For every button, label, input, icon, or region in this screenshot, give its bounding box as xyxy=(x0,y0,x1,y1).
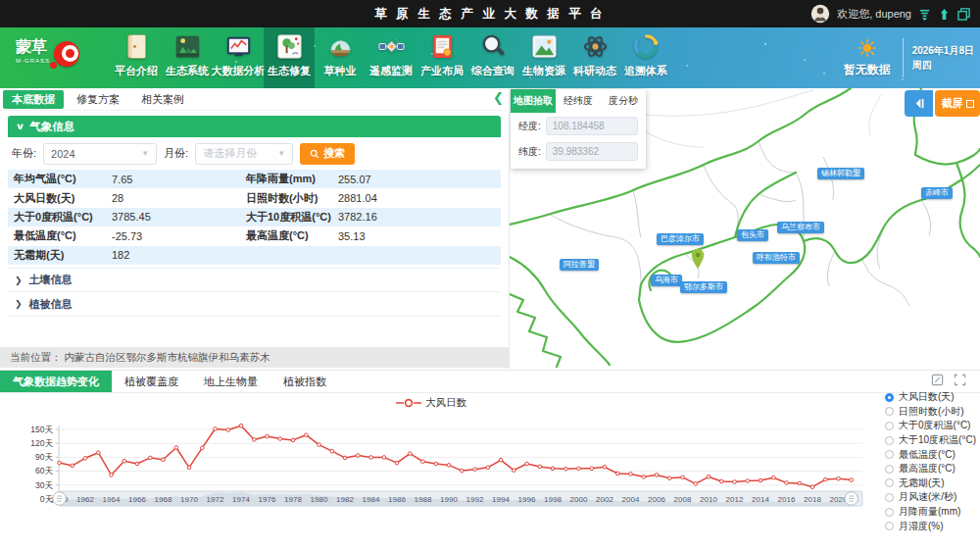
nav-item-3[interactable]: 大数据分析 xyxy=(213,27,264,88)
welcome-text: 欢迎您, dupeng xyxy=(837,7,911,22)
location-label: 当前位置： xyxy=(10,351,62,365)
sort-icon[interactable] xyxy=(918,8,931,21)
svg-text:2002: 2002 xyxy=(596,495,613,504)
nav-item-1[interactable]: 平台介绍 xyxy=(111,27,162,88)
accordion-植被信息[interactable]: ❯植被信息 xyxy=(8,292,501,317)
screenshot-button[interactable]: 截屏 xyxy=(935,90,980,117)
radio-icon xyxy=(885,436,894,445)
coords-panel-tabs: 地图拾取经纬度度分秒 xyxy=(511,89,646,113)
weather-section-header[interactable]: ∨ 气象信息 xyxy=(8,116,501,137)
svg-text:1998: 1998 xyxy=(544,495,562,504)
metric-radio-2[interactable]: 日照时数(小时) xyxy=(885,405,976,420)
metric-radio-4[interactable]: 大于10度积温(°C) xyxy=(885,433,976,448)
research-news-icon xyxy=(581,32,610,61)
metric-radio-8[interactable]: 月风速(米/秒) xyxy=(885,490,976,505)
latitude-input[interactable]: 39.983362 xyxy=(546,142,638,161)
nav-item-7[interactable]: 产业布局 xyxy=(416,27,467,88)
metric-radio-7[interactable]: 无霜期(天) xyxy=(885,476,976,491)
ecosystem-icon xyxy=(173,32,202,61)
city-label[interactable]: 鄂尔多斯市 xyxy=(680,281,727,293)
longitude-label: 经度: xyxy=(518,120,541,133)
metric-radio-3[interactable]: 大于0度积温(°C) xyxy=(885,419,976,433)
nav-item-6[interactable]: 遥感监测 xyxy=(366,27,416,88)
metric-radio-9[interactable]: 月降雨量(mm) xyxy=(885,505,976,520)
month-select[interactable]: 请选择月份 ▼ xyxy=(195,143,293,165)
radio-icon xyxy=(885,508,894,517)
big-data-analysis-icon xyxy=(224,32,253,61)
left-panel-tabs: 本底数据修复方案相关案例 xyxy=(0,88,509,111)
city-label[interactable]: 阿拉善盟 xyxy=(560,259,599,271)
coords-tab-3[interactable]: 度分秒 xyxy=(601,89,646,113)
svg-text:1988: 1988 xyxy=(415,495,432,504)
accordion-土壤信息[interactable]: ❯土壤信息 xyxy=(8,269,501,293)
metric-radio-10[interactable]: 月湿度(%) xyxy=(885,519,976,533)
svg-text:60天: 60天 xyxy=(35,466,53,476)
avatar[interactable] xyxy=(810,4,830,24)
radio-icon xyxy=(885,450,894,459)
svg-text:1996: 1996 xyxy=(518,495,536,504)
nav-item-8[interactable]: 综合查询 xyxy=(467,27,518,88)
app-root: 草 原 生 态 产 业 大 数 据 平 台 欢迎您, dupeng 蒙草M-GR… xyxy=(0,0,980,551)
city-label[interactable]: 呼和浩特市 xyxy=(753,252,800,264)
map-pin-icon xyxy=(690,248,706,270)
city-label[interactable]: 赤峰市 xyxy=(921,187,953,199)
chevron-down-icon: ∨ xyxy=(16,122,25,131)
nav-item-label: 产业布局 xyxy=(420,64,464,78)
logo[interactable]: 蒙草M-GRASS xyxy=(16,39,79,69)
nav-item-9[interactable]: 生物资源 xyxy=(518,27,569,88)
nav-item-label: 遥感监测 xyxy=(369,64,413,78)
svg-text:1986: 1986 xyxy=(388,495,406,504)
arrow-up-icon[interactable] xyxy=(938,8,951,21)
metric-radio-5[interactable]: 最低温度(°C) xyxy=(885,447,976,462)
nav-item-11[interactable]: 追溯体系 xyxy=(620,27,671,88)
weather-date: 2026年1月8日 xyxy=(912,43,974,58)
radio-icon xyxy=(885,493,894,502)
coords-tab-1[interactable]: 地图拾取 xyxy=(511,89,556,113)
nav-item-5[interactable]: 草种业 xyxy=(315,27,366,88)
eco-restoration-icon xyxy=(275,32,304,61)
main-nav: 蒙草M-GRASS 平台介绍生态系统大数据分析生态修复草种业遥感监测产业布局综合… xyxy=(0,27,980,88)
window-icon[interactable] xyxy=(957,8,970,21)
svg-text:1972: 1972 xyxy=(207,495,224,504)
city-label[interactable]: 巴彦淖尔市 xyxy=(657,233,704,245)
left-panel-tab-3[interactable]: 相关案例 xyxy=(132,90,193,109)
search-button[interactable]: 搜索 xyxy=(300,143,355,165)
nav-item-label: 生态系统 xyxy=(166,64,209,78)
metric-radio-1[interactable]: 大风日数(天) xyxy=(885,390,976,405)
platform-intro-icon xyxy=(122,32,151,61)
weather-table-row: 无霜期(天)182 xyxy=(8,246,501,265)
nav-item-2[interactable]: 生态系统 xyxy=(162,27,213,88)
svg-text:1976: 1976 xyxy=(259,495,276,504)
city-label[interactable]: 乌海市 xyxy=(651,275,682,286)
metric-radio-6[interactable]: 最高温度(°C) xyxy=(885,462,976,476)
coords-tab-2[interactable]: 经纬度 xyxy=(556,89,601,113)
collapse-map-tools-button[interactable] xyxy=(905,90,933,117)
weather-status: 暂无数据 xyxy=(844,62,891,78)
city-label[interactable]: 包头市 xyxy=(737,229,768,241)
comprehensive-query-icon xyxy=(479,32,508,61)
left-panel-tab-1[interactable]: 本底数据 xyxy=(3,90,64,109)
filter-row: 年份: 2024 ▼ 月份: 请选择月份 ▼ 搜索 xyxy=(8,137,501,170)
city-label[interactable]: 锡林郭勒盟 xyxy=(817,168,864,179)
svg-text:150天: 150天 xyxy=(30,425,53,434)
month-label: 月份: xyxy=(164,146,188,161)
nav-item-4[interactable]: 生态修复 xyxy=(264,27,315,88)
user-area: 欢迎您, dupeng xyxy=(810,0,970,27)
svg-text:1984: 1984 xyxy=(363,495,380,504)
map-area[interactable]: 锡林郭勒盟赤峰市乌兰察布市包头市巴彦淖尔市呼和浩特市阿拉善盟乌海市鄂尔多斯市 地… xyxy=(510,88,980,370)
fullscreen-icon[interactable] xyxy=(954,374,966,386)
weather-table: 年均气温(°C)7.65年降雨量(mm)255.07大风日数(天)28日照时数(… xyxy=(8,170,501,265)
nav-item-label: 科研动态 xyxy=(573,64,616,78)
longitude-input[interactable]: 108.184458 xyxy=(546,117,638,135)
nav-item-10[interactable]: 科研动态 xyxy=(569,27,620,88)
collapse-left-panel-icon[interactable]: ❮ xyxy=(493,90,504,105)
logo-mark-icon xyxy=(54,41,79,67)
search-icon xyxy=(310,149,319,159)
weather-weekday: 周四 xyxy=(912,58,974,73)
left-panel-tab-2[interactable]: 修复方案 xyxy=(68,90,128,109)
chart-legend[interactable]: 大风日数 xyxy=(0,396,862,410)
svg-text:1970: 1970 xyxy=(180,495,198,504)
city-label[interactable]: 乌兰察布市 xyxy=(777,222,824,233)
year-select[interactable]: 2024 ▼ xyxy=(43,143,157,165)
save-image-icon[interactable] xyxy=(931,374,944,386)
